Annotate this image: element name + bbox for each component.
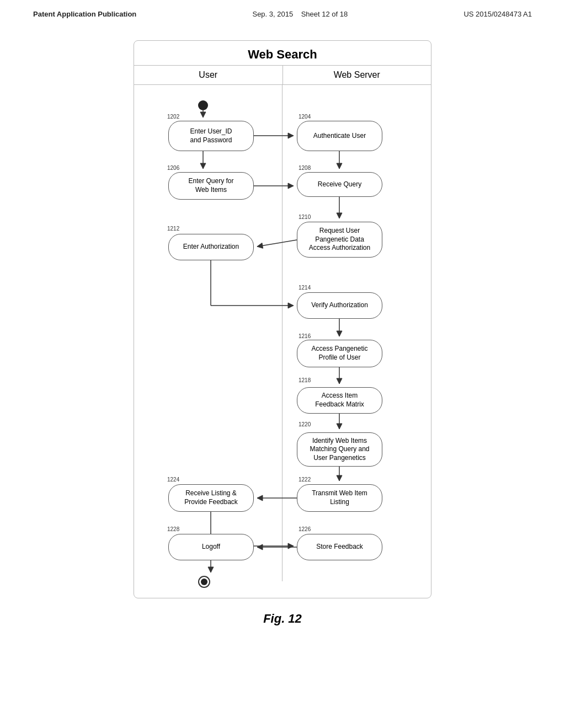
lane-server-header: Web Server — [283, 66, 431, 84]
ref-1220: 1220 — [299, 421, 311, 427]
ref-1226: 1226 — [299, 526, 311, 532]
figure-label: Fig. 12 — [0, 612, 565, 626]
end-circle — [198, 576, 210, 588]
ref-1212: 1212 — [167, 226, 179, 232]
box-1224: Receive Listing &Provide Feedback — [168, 484, 254, 512]
ref-1210: 1210 — [299, 214, 311, 220]
box-1228: Logoff — [168, 534, 254, 560]
ref-1216: 1216 — [299, 333, 311, 339]
ref-1214: 1214 — [299, 285, 311, 291]
box-1208: Receive Query — [297, 172, 382, 197]
ref-1206: 1206 — [167, 165, 179, 171]
header-date: Sep. 3, 2015 Sheet 12 of 18 — [252, 10, 348, 18]
box-1204: Authenticate User — [297, 121, 382, 151]
box-1222: Transmit Web ItemListing — [297, 484, 382, 512]
ref-1218: 1218 — [299, 377, 311, 383]
box-1216: Access PangeneticProfile of User — [297, 340, 382, 367]
box-1210: Request UserPangenetic DataAccess Author… — [297, 222, 382, 258]
page-header: Patent Application Publication Sep. 3, 2… — [0, 0, 565, 24]
swimlanes-header: User Web Server — [134, 66, 431, 85]
box-1226: Store Feedback — [297, 534, 382, 560]
lane-user-header: User — [134, 66, 283, 84]
box-1218: Access ItemFeedback Matrix — [297, 387, 382, 414]
ref-1202: 1202 — [167, 114, 179, 120]
box-1206: Enter Query forWeb Items — [168, 172, 254, 200]
ref-1224: 1224 — [167, 477, 179, 483]
box-1220: Identify Web ItemsMatching Query andUser… — [297, 432, 382, 467]
header-right: US 2015/0248473 A1 — [463, 10, 532, 18]
diagram-container: Web Search User Web Server 1202 1204 120… — [134, 40, 431, 598]
box-1212: Enter Authorization — [168, 234, 254, 260]
ref-1222: 1222 — [299, 477, 311, 483]
swimlanes-body: 1202 1204 1206 1208 1210 1212 1214 1216 … — [134, 85, 431, 581]
diagram-title: Web Search — [134, 41, 431, 66]
ref-1204: 1204 — [299, 114, 311, 120]
start-circle — [198, 100, 208, 110]
box-1214: Verify Authorization — [297, 292, 382, 319]
header-left: Patent Application Publication — [33, 10, 136, 18]
box-1202: Enter User_IDand Password — [168, 121, 254, 151]
ref-1228: 1228 — [167, 526, 179, 532]
ref-1208: 1208 — [299, 165, 311, 171]
